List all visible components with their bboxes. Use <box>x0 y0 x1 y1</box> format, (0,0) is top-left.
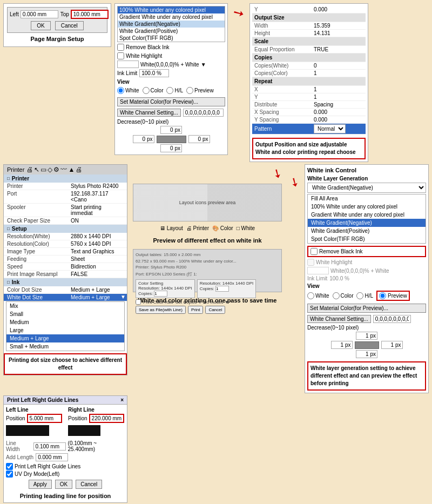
tab-color[interactable]: 🎨 Color <box>212 225 233 231</box>
wic-view-white[interactable]: White <box>307 292 329 299</box>
guide-cancel-button[interactable]: Cancel <box>76 480 102 489</box>
wic-view-hl[interactable]: H/L <box>356 292 373 299</box>
white-layer-list[interactable]: Fill All Area 100% White under any color… <box>307 194 426 244</box>
pattern-select[interactable]: Normal <box>314 124 346 133</box>
option-mix[interactable]: Mix <box>6 302 124 310</box>
dropdown-item-5[interactable]: Spot Color(TIFF RGB) <box>118 35 225 42</box>
option-large[interactable]: Large <box>6 326 124 334</box>
line-width-range: (0.100mm ~ 25.400mm) <box>68 440 125 452</box>
ok-button[interactable]: OK <box>31 21 50 30</box>
y-spacing-value: 0.000 <box>312 116 366 124</box>
dot-size-dropdown[interactable]: Mix Small Medium Large Medium + Large Sm… <box>6 301 125 351</box>
dropdown-item-3[interactable]: White Gradient(Negative) <box>118 21 225 28</box>
uv-dry-checkbox[interactable] <box>6 471 13 478</box>
white-highlight-label: White Highlight <box>126 53 162 59</box>
add-length-label: Add Length <box>6 454 33 460</box>
wic-color-preview <box>307 267 329 274</box>
cancel-button[interactable]: Cancel <box>55 21 84 30</box>
view-white-option[interactable]: White <box>117 87 139 94</box>
scale-header: Scale <box>252 37 366 46</box>
white-channel-btn[interactable]: White Channel Setting... <box>117 109 181 117</box>
list-item-1[interactable]: Fill All Area <box>308 194 426 203</box>
dropdown-item-1[interactable]: 100% White under any colored pixel <box>118 6 225 14</box>
tab-white[interactable]: □ White <box>237 225 255 231</box>
apply-button[interactable]: Apply <box>29 480 52 489</box>
remove-black-ink-checkbox[interactable] <box>117 44 124 51</box>
y-spacing-label: Y Spacing <box>252 116 312 124</box>
dropdown-arrow[interactable]: ▼ <box>201 62 206 68</box>
x-spacing-value: 0.000 <box>312 109 366 116</box>
red-arrow-down: ➘ <box>230 4 247 22</box>
decrease-right-input[interactable] <box>188 135 210 143</box>
list-item-2[interactable]: 100% White under any colored pixel <box>308 203 426 211</box>
option-medium[interactable]: Medium <box>6 318 124 326</box>
port-key: Port <box>4 190 69 203</box>
wic-white-highlight-label: White Highlight <box>316 259 352 265</box>
print-guide-checkbox[interactable] <box>6 463 13 470</box>
res-color-row: Resolution(Color) 5760 x 1440 DPI <box>4 240 127 248</box>
wic-dec-left[interactable] <box>331 341 353 349</box>
wic-view-color[interactable]: Color <box>333 292 354 299</box>
view-hl-option[interactable]: H/L <box>166 87 183 94</box>
wic-dec-top[interactable] <box>356 332 377 340</box>
add-length-input[interactable] <box>36 453 68 461</box>
decrease-left-input[interactable] <box>133 135 154 143</box>
color-preview-box <box>117 61 139 68</box>
wic-view-preview-selected[interactable]: Preview <box>376 291 410 301</box>
remove-black-checkbox[interactable] <box>310 248 318 255</box>
arrow-preview: ➘ <box>269 165 285 182</box>
layer-gen-dropdown[interactable]: White Gradient(Negative) <box>307 183 426 193</box>
option-small[interactable]: Small <box>6 310 124 318</box>
left-input[interactable] <box>21 10 58 18</box>
line-width-input[interactable] <box>33 442 66 451</box>
copies-white-value: 0 <box>312 62 366 70</box>
white-dot-row[interactable]: White Dot Size Medium + Large ▼ <box>4 294 127 301</box>
ink-limit-input[interactable] <box>139 69 169 77</box>
wic-ink-limit-label: Ink Limit <box>307 275 327 281</box>
dropdown-item-4[interactable]: White Gradient(Positive) <box>118 28 225 35</box>
list-item-4[interactable]: White Gradient(Negative) <box>308 219 426 227</box>
tab-printer[interactable]: 🖨 Printer <box>186 225 209 231</box>
wic-dec-bottom[interactable] <box>356 350 377 358</box>
left-pos-input[interactable] <box>27 414 62 423</box>
wic-channel-input[interactable] <box>373 315 411 323</box>
copies-color-value: 1 <box>312 70 366 77</box>
guide-ok-button[interactable]: OK <box>55 480 72 489</box>
x-spacing-label: X Spacing <box>252 109 312 116</box>
view-preview-option[interactable]: Preview <box>186 87 214 94</box>
option-medium-large[interactable]: Medium + Large <box>6 334 124 342</box>
right-pos-input[interactable] <box>89 414 124 423</box>
right-pos-label: Position <box>68 415 87 421</box>
dropdown-arrow-icon[interactable]: ▼ <box>120 294 127 301</box>
y-repeat-label: Y <box>252 93 312 101</box>
white-channel-input[interactable] <box>183 109 224 117</box>
list-item-6[interactable]: Spot Color(TIFF RGB) <box>308 235 426 243</box>
left-black-bar <box>6 425 49 436</box>
close-icon[interactable]: × <box>120 397 124 403</box>
list-item-5[interactable]: White Gradient(Positive) <box>308 227 426 235</box>
wic-set-material-btn[interactable]: Set Material Color(for Preview)... <box>307 304 426 313</box>
option-small-medium[interactable]: Small + Medium <box>6 342 124 351</box>
top-input[interactable] <box>71 10 109 19</box>
image-type-row: Image Type Text and Graphics <box>4 248 127 256</box>
wic-white-highlight-checkbox <box>307 259 314 266</box>
white-highlight-checkbox[interactable] <box>117 52 124 59</box>
decrease-bottom-input[interactable] <box>160 144 182 152</box>
y-label: Y <box>252 6 312 14</box>
decrease-label: Decrease(0~10 pixel) <box>117 119 225 125</box>
tab-layout[interactable]: 🖥 Layout <box>160 225 183 231</box>
wic-dec-right[interactable] <box>381 341 403 349</box>
decrease-top-input[interactable] <box>160 126 182 134</box>
remove-black-ink-box[interactable]: Remove Black Ink <box>307 246 426 257</box>
wic-channel-btn[interactable]: White Channel Setting... <box>307 315 371 323</box>
ink-limit-label: Ink Limit <box>117 70 137 76</box>
list-item-3[interactable]: Gradient White under any colored pixel <box>308 211 426 219</box>
view-color-option[interactable]: Color <box>143 87 164 94</box>
line-width-label: Line Width <box>6 440 31 452</box>
dropdown-item-2[interactable]: Gradient White under any colored pixel <box>118 14 225 21</box>
set-material-btn[interactable]: Set Material Color(for Preview)... <box>117 97 225 106</box>
wic-view-label: View <box>307 283 320 289</box>
check-paper-val: ON <box>69 217 127 224</box>
preview-caption-1: Preview of different effect on white ink <box>133 237 282 245</box>
spooler-val: Start printing immediat <box>69 204 127 217</box>
